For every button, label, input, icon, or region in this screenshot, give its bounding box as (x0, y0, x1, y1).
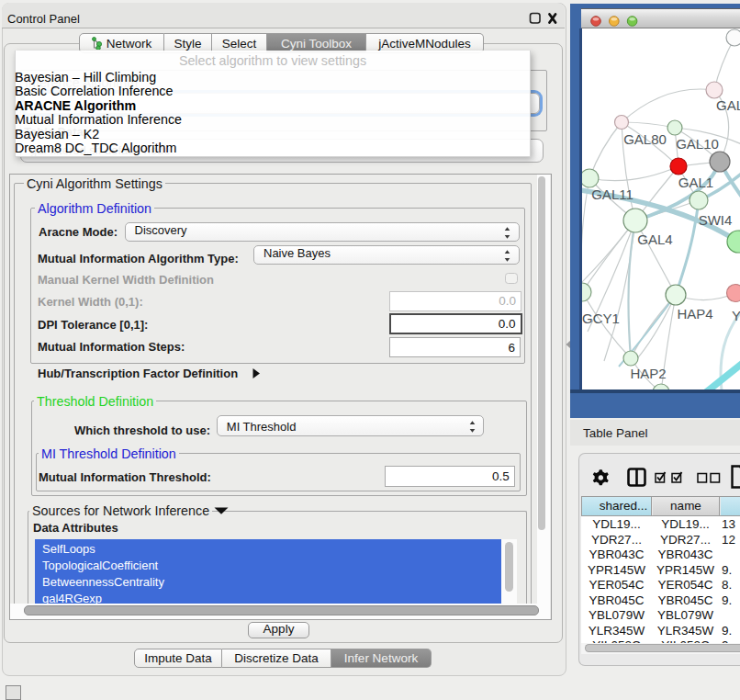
svg-text:Y: Y (732, 308, 740, 323)
svg-text:SWI4: SWI4 (699, 212, 733, 228)
svg-text:GAL11: GAL11 (591, 186, 633, 202)
svg-text:GAL4: GAL4 (637, 231, 672, 247)
svg-text:GAL80: GAL80 (623, 131, 667, 147)
svg-text:HAP2: HAP2 (630, 366, 666, 381)
svg-text:GAL1: GAL1 (678, 175, 713, 190)
svg-text:GCY1: GCY1 (582, 310, 620, 326)
svg-text:HAP4: HAP4 (677, 306, 712, 322)
svg-text:GAL: GAL (716, 97, 740, 113)
svg-text:GAL10: GAL10 (676, 136, 719, 152)
